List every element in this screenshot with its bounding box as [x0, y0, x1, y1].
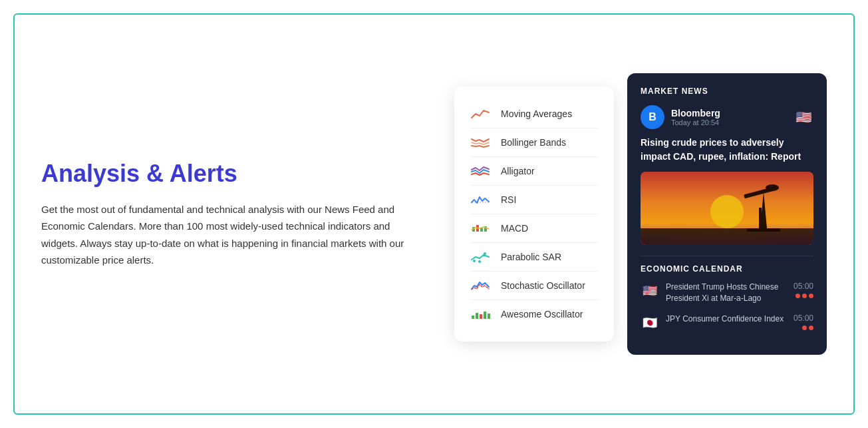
- news-source-info: Bloomberg Today at 20:54: [671, 108, 720, 126]
- page-title: Analysis & Alerts: [41, 160, 428, 188]
- moving-averages-icon: [470, 107, 492, 121]
- main-container: Analysis & Alerts Get the most out of fu…: [13, 13, 855, 415]
- alligator-icon: [470, 164, 492, 178]
- svg-point-19: [766, 184, 779, 191]
- news-header: B Bloomberg Today at 20:54 🇺🇸: [641, 105, 813, 129]
- calendar-event-jpy-info: JPY Consumer Confidence Index: [666, 314, 788, 325]
- left-section: Analysis & Alerts Get the most out of fu…: [41, 160, 454, 269]
- indicators-section: Moving Averages Bollinger Bands: [454, 87, 614, 341]
- macd-label: MACD: [501, 223, 528, 234]
- dot-jpy-2: [809, 325, 813, 330]
- section-divider: [641, 256, 813, 256]
- awesome-oscillator-label: Awesome Oscillator: [501, 309, 583, 320]
- dot-1: [796, 294, 800, 298]
- indicator-macd[interactable]: MACD: [470, 214, 598, 243]
- bloomberg-avatar: B: [641, 105, 664, 129]
- bollinger-bands-label: Bollinger Bands: [501, 137, 566, 148]
- svg-point-5: [473, 260, 476, 262]
- awesome-oscillator-icon: [470, 307, 492, 321]
- svg-rect-12: [488, 314, 490, 319]
- svg-rect-20: [759, 208, 762, 229]
- calendar-event-info: President Trump Hosts Chinese President …: [666, 282, 788, 304]
- jp-flag-event-icon: 🇯🇵: [641, 314, 659, 332]
- svg-point-6: [478, 260, 481, 263]
- alligator-label: Alligator: [501, 166, 535, 176]
- calendar-event-jpy: 🇯🇵 JPY Consumer Confidence Index 05:00: [641, 314, 813, 332]
- svg-rect-15: [641, 228, 813, 245]
- svg-point-7: [484, 252, 486, 255]
- calendar-event-jpy-dots: [802, 325, 813, 330]
- calendar-event-time: 05:00: [794, 282, 813, 291]
- market-news-card: MARKET NEWS B Bloomberg Today at 20:54 🇺…: [627, 73, 827, 355]
- dot-3: [809, 294, 813, 298]
- us-flag-event-icon: 🇺🇸: [641, 282, 659, 300]
- dot-jpy-1: [802, 325, 807, 330]
- market-news-section: MARKET NEWS B Bloomberg Today at 20:54 🇺…: [627, 73, 827, 355]
- bollinger-bands-icon: [470, 135, 492, 150]
- macd-icon: [470, 221, 492, 236]
- indicator-awesome-oscillator[interactable]: Awesome Oscillator: [470, 300, 598, 328]
- svg-rect-10: [480, 314, 482, 319]
- svg-rect-9: [476, 313, 478, 319]
- calendar-event-right: 05:00: [788, 282, 813, 298]
- dot-2: [802, 294, 807, 298]
- news-image: [641, 172, 813, 245]
- indicator-rsi[interactable]: RSI: [470, 186, 598, 214]
- calendar-event-name: President Trump Hosts Chinese President …: [666, 282, 788, 304]
- rsi-icon: [470, 192, 492, 207]
- calendar-event-trump-xi: 🇺🇸 President Trump Hosts Chinese Preside…: [641, 282, 813, 304]
- svg-rect-8: [472, 316, 474, 319]
- page-description: Get the most out of fundamental and tech…: [41, 201, 414, 269]
- indicator-bollinger-bands[interactable]: Bollinger Bands: [470, 128, 598, 157]
- news-time: Today at 20:54: [671, 118, 720, 126]
- svg-point-14: [710, 195, 744, 228]
- news-headline: Rising crude prices to adversely impact …: [641, 136, 813, 164]
- moving-averages-label: Moving Averages: [501, 108, 572, 119]
- rsi-label: RSI: [501, 194, 516, 205]
- indicators-card: Moving Averages Bollinger Bands: [454, 87, 614, 341]
- parabolic-sar-label: Parabolic SAR: [501, 252, 561, 262]
- svg-rect-11: [484, 312, 486, 319]
- economic-calendar-title: ECONOMIC CALENDAR: [641, 264, 813, 274]
- indicator-stochastic-oscillator[interactable]: Stochastic Oscillator: [470, 272, 598, 300]
- indicator-parabolic-sar[interactable]: Parabolic SAR: [470, 243, 598, 272]
- calendar-event-dots: [796, 294, 813, 298]
- us-flag-icon: 🇺🇸: [794, 110, 813, 124]
- calendar-event-jpy-right: 05:00: [788, 314, 813, 330]
- parabolic-sar-icon: [470, 250, 492, 264]
- indicator-moving-averages[interactable]: Moving Averages: [470, 100, 598, 128]
- calendar-event-jpy-name: JPY Consumer Confidence Index: [666, 314, 788, 325]
- stochastic-oscillator-icon: [470, 278, 492, 293]
- calendar-event-jpy-time: 05:00: [794, 314, 813, 323]
- svg-rect-16: [747, 228, 780, 232]
- market-news-title: MARKET NEWS: [641, 87, 813, 96]
- indicator-alligator[interactable]: Alligator: [470, 157, 598, 186]
- stochastic-oscillator-label: Stochastic Oscillator: [501, 280, 585, 291]
- news-source-name: Bloomberg: [671, 108, 720, 118]
